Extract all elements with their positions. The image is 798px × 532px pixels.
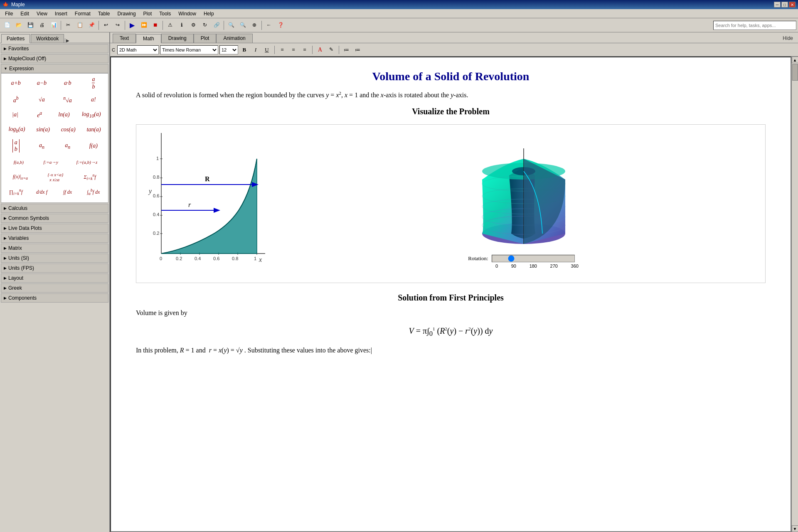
text-tab[interactable]: Text	[113, 34, 136, 43]
nav-back-button[interactable]: ←	[264, 20, 274, 31]
menu-file[interactable]: File	[2, 10, 16, 17]
expr-func[interactable]: f(a)	[85, 142, 102, 150]
close-button[interactable]: ✕	[789, 2, 796, 7]
layout-header[interactable]: ▶ Layout	[1, 273, 108, 283]
align-left-button[interactable]: ≡	[277, 45, 287, 54]
menu-view[interactable]: View	[33, 10, 51, 17]
minimize-button[interactable]: ─	[774, 2, 781, 7]
copy-button[interactable]: 📋	[74, 20, 85, 31]
calculus-header[interactable]: ▶ Calculus	[1, 204, 108, 213]
undo-button[interactable]: ↩	[101, 20, 111, 31]
expr-abs[interactable]: |a|	[7, 111, 23, 119]
drawing-tab[interactable]: Drawing	[161, 34, 194, 43]
expr-fxy[interactable]: f(a,b)	[10, 159, 27, 165]
hide-button[interactable]: Hide	[780, 34, 796, 43]
search-input[interactable]	[713, 21, 796, 30]
list-num-button[interactable]: ≔	[353, 45, 363, 54]
workbook-tab[interactable]: Workbook	[31, 34, 64, 43]
expr-piecewise[interactable]: { -x x<a x x≥a }	[46, 171, 65, 183]
redo-button[interactable]: ↪	[112, 20, 123, 31]
expr-sub[interactable]: a−b	[33, 79, 50, 87]
expr-div[interactable]: a b	[85, 75, 102, 91]
maplecloud-header[interactable]: ▶ MapleCloud (Off)	[1, 54, 108, 63]
stop-button[interactable]: ⏹	[150, 20, 161, 31]
favorites-header[interactable]: ▶ Favorites	[1, 44, 108, 53]
zoom-in-button[interactable]: 🔍	[237, 20, 248, 31]
menu-window[interactable]: Window	[175, 10, 200, 17]
underline-button[interactable]: U	[262, 45, 272, 54]
expr-sqrt[interactable]: √a	[33, 96, 50, 104]
expr-cos[interactable]: cos(a)	[59, 126, 77, 134]
expr-ln[interactable]: ln(a)	[56, 111, 72, 119]
palettes-tab[interactable]: Palettes	[1, 34, 30, 43]
animation-tab[interactable]: Animation	[216, 34, 252, 43]
execute-all-button[interactable]: ⏩	[138, 20, 149, 31]
text-color-button[interactable]: A	[315, 45, 325, 54]
greek-header[interactable]: ▶ Greek	[1, 283, 108, 293]
expr-deriv[interactable]: d/dx f	[33, 188, 50, 196]
variables-header[interactable]: ▶ Variables	[1, 234, 108, 243]
mode-select[interactable]: 2D Math	[117, 45, 159, 54]
help-button[interactable]: ❓	[275, 20, 286, 31]
align-center-button[interactable]: ≡	[288, 45, 298, 54]
zoom-reset-button[interactable]: ⊕	[249, 20, 260, 31]
scrollbar-right[interactable]: ▲ ▼	[791, 57, 798, 532]
expr-nthroot[interactable]: n√a	[59, 95, 76, 105]
italic-button[interactable]: I	[251, 45, 261, 54]
link-button[interactable]: 🔗	[211, 20, 222, 31]
expr-sum[interactable]: Σi=knf	[81, 172, 98, 182]
new-button[interactable]: 📄	[2, 20, 12, 31]
math-tab[interactable]: Math	[136, 34, 161, 43]
highlight-button[interactable]: ✎	[326, 45, 336, 54]
maximize-button[interactable]: □	[781, 2, 788, 7]
expr-tan[interactable]: tan(a)	[85, 126, 102, 134]
expr-evalat[interactable]: f(x)|x=a	[11, 173, 30, 181]
menu-plot[interactable]: Plot	[140, 10, 155, 17]
expr-sin[interactable]: sin(a)	[34, 126, 52, 134]
live-data-header[interactable]: ▶ Live Data Plots	[1, 224, 108, 233]
menu-drawing[interactable]: Drawing	[114, 10, 139, 17]
expr-exp[interactable]: ea	[31, 110, 48, 120]
size-select[interactable]: 12	[219, 45, 238, 54]
zoom-out-button[interactable]: 🔍	[226, 20, 236, 31]
expr-add[interactable]: a+b	[7, 79, 24, 87]
menu-edit[interactable]: Edit	[17, 10, 32, 17]
units-fps-header[interactable]: ▶ Units (FPS)	[1, 264, 108, 273]
expr-def-int[interactable]: ∫abf dx	[85, 187, 102, 197]
matrix-header[interactable]: ▶ Matrix	[1, 244, 108, 253]
plot-tab[interactable]: Plot	[194, 34, 217, 43]
expression-header[interactable]: ▼ Expression	[1, 64, 108, 73]
settings-button[interactable]: ⚙	[188, 20, 199, 31]
info-button[interactable]: ℹ	[176, 20, 187, 31]
expr-factorial[interactable]: a!	[85, 96, 102, 104]
font-select[interactable]: Times New Roman	[160, 45, 218, 54]
rotation-slider[interactable]	[492, 255, 575, 262]
paste-button[interactable]: 📌	[86, 20, 97, 31]
expr-assign2[interactable]: f:=(a,b)→z	[75, 159, 99, 165]
menu-tools[interactable]: Tools	[156, 10, 174, 17]
list-bullet-button[interactable]: ≔	[342, 45, 352, 54]
units-si-header[interactable]: ▶ Units (SI)	[1, 254, 108, 263]
bold-button[interactable]: B	[239, 45, 249, 54]
scroll-down-button[interactable]: ▼	[792, 525, 798, 532]
expr-product[interactable]: ∏i=knf	[7, 187, 24, 197]
execute-button[interactable]: ▶	[127, 20, 138, 31]
expr-binomial[interactable]: ab	[7, 138, 24, 153]
expr-mul[interactable]: a·b	[59, 79, 76, 87]
scroll-thumb[interactable]	[792, 64, 798, 81]
print-button[interactable]: 🖨	[37, 20, 47, 31]
open-button[interactable]: 📂	[13, 20, 24, 31]
menu-format[interactable]: Format	[71, 10, 94, 17]
menu-insert[interactable]: Insert	[52, 10, 71, 17]
expr-assign[interactable]: f:=a→y	[42, 159, 60, 165]
cut-button[interactable]: ✂	[63, 20, 74, 31]
common-symbols-header[interactable]: ▶ Common Symbols	[1, 214, 108, 223]
expr-logb[interactable]: logb(a)	[7, 125, 27, 135]
plot-button[interactable]: 📊	[48, 20, 59, 31]
expr-power[interactable]: ab	[7, 95, 24, 105]
menu-table[interactable]: Table	[95, 10, 113, 17]
components-header[interactable]: ▶ Components	[1, 293, 108, 303]
expr-indef-int[interactable]: ∫f dx	[59, 188, 76, 196]
save-button[interactable]: 💾	[25, 20, 36, 31]
warning-button[interactable]: ⚠	[165, 20, 175, 31]
